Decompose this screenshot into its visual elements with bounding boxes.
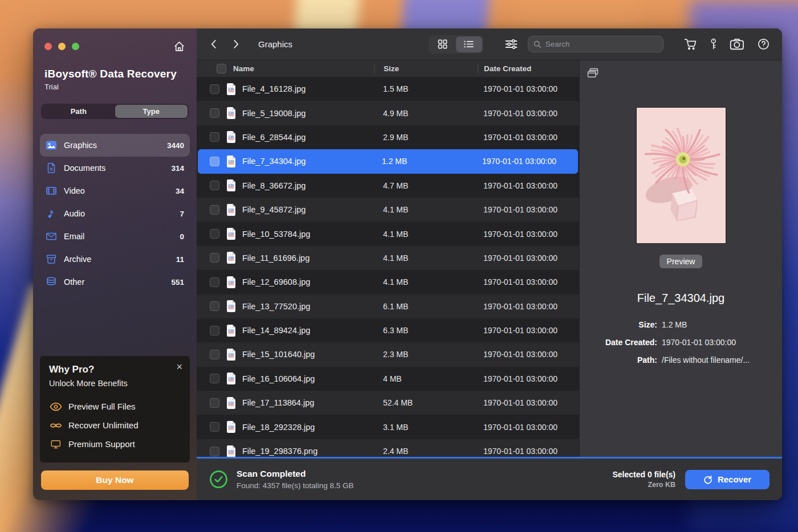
info-label: Date Created: (584, 338, 657, 347)
toolbar: Graphics (197, 28, 782, 60)
image-file-icon (226, 227, 237, 240)
file-name-cell: File_16_106064.jpg (242, 374, 374, 383)
sidebar-item-email[interactable]: Email0 (40, 225, 190, 248)
sidebar-item-count: 551 (171, 278, 184, 287)
row-checkbox[interactable] (210, 326, 219, 335)
help-icon[interactable] (758, 38, 769, 50)
table-row[interactable]: File_9_45872.jpg4.1 MB1970-01-01 03:00:0… (197, 198, 579, 222)
table-row[interactable]: File_6_28544.jpg2.9 MB1970-01-01 03:00:0… (197, 125, 579, 149)
image-file-icon (226, 300, 237, 313)
row-checkbox[interactable] (210, 277, 219, 287)
promo-benefit-label: Recover Unlimited (68, 420, 139, 430)
recover-button-label: Recover (718, 474, 751, 484)
sidebar-item-count: 0 (180, 232, 184, 241)
row-checkbox[interactable] (210, 398, 219, 408)
file-date-cell: 1970-01-01 03:00:00 (478, 230, 579, 239)
column-size[interactable]: Size (374, 64, 478, 73)
tab-path[interactable]: Path (42, 105, 115, 118)
row-checkbox[interactable] (210, 301, 219, 311)
cart-icon[interactable] (684, 38, 697, 50)
key-icon[interactable] (710, 38, 716, 50)
row-checkbox[interactable] (210, 422, 219, 432)
image-file-icon (226, 179, 237, 192)
image-file-icon (226, 83, 237, 96)
forward-button[interactable] (233, 39, 243, 50)
file-size-cell: 4.1 MB (374, 205, 478, 214)
table-row[interactable]: File_11_61696.jpg4.1 MB1970-01-01 03:00:… (197, 246, 579, 270)
minimize-window-button[interactable] (58, 43, 66, 50)
row-checkbox[interactable] (210, 181, 219, 190)
row-checkbox[interactable] (210, 84, 219, 94)
table-row[interactable]: File_12_69608.jpg4.1 MB1970-01-01 03:00:… (197, 270, 579, 294)
row-checkbox[interactable] (210, 108, 219, 118)
sidebar-item-archive[interactable]: Archive11 (40, 248, 190, 271)
table-row[interactable]: File_7_34304.jpg1.2 MB1970-01-01 03:00:0… (198, 149, 578, 173)
row-checkbox[interactable] (210, 374, 219, 383)
home-icon[interactable] (173, 40, 185, 52)
column-name[interactable]: Name (210, 64, 374, 73)
back-button[interactable] (210, 39, 221, 50)
row-checkbox[interactable] (210, 253, 219, 263)
sidebar-item-audio[interactable]: Audio7 (40, 202, 190, 225)
table-row[interactable]: File_8_36672.jpg4.7 MB1970-01-01 03:00:0… (197, 174, 579, 198)
row-checkbox[interactable] (210, 157, 219, 166)
sidebar-item-count: 314 (171, 164, 184, 173)
file-size-cell: 4.1 MB (374, 253, 478, 263)
sidebar-item-count: 34 (176, 187, 184, 195)
table-row[interactable]: File_4_16128.jpg1.5 MB1970-01-01 03:00:0… (197, 77, 579, 101)
preview-button[interactable]: Preview (659, 255, 703, 268)
zoom-window-button[interactable] (72, 43, 79, 50)
preview-panel: Preview File_7_34304.jpg Size:1.2 MBDate… (579, 60, 782, 457)
sidebar-item-label: Documents (64, 163, 105, 173)
table-row[interactable]: File_16_106064.jpg4 MB1970-01-01 03:00:0… (197, 367, 579, 391)
sidebar-item-graphics[interactable]: Graphics3440 (40, 134, 190, 157)
filter-sliders-icon[interactable] (505, 39, 518, 50)
row-checkbox[interactable] (210, 132, 219, 142)
sidebar-item-documents[interactable]: Documents314 (40, 157, 190, 179)
table-row[interactable]: File_15_101640.jpg2.3 MB1970-01-01 03:00… (197, 342, 579, 366)
table-row[interactable]: File_5_19008.jpg4.9 MB1970-01-01 03:00:0… (197, 101, 579, 125)
sidebar-item-video[interactable]: Video34 (40, 179, 190, 202)
table-row[interactable]: File_10_53784.jpg4.1 MB1970-01-01 03:00:… (197, 222, 579, 245)
file-date-cell: 1970-01-01 03:00:00 (477, 157, 578, 166)
recover-refresh-icon (703, 475, 712, 484)
table-row[interactable]: File_17_113864.jpg52.4 MB1970-01-01 03:0… (197, 391, 579, 415)
file-name-cell: File_12_69608.jpg (242, 277, 374, 287)
info-value: 1.2 MB (662, 320, 774, 329)
search-icon (534, 40, 542, 48)
image-file-icon (226, 276, 237, 289)
list-view-button[interactable] (456, 36, 482, 52)
grid-view-button[interactable] (430, 36, 456, 52)
promo-benefit: Premium Support (49, 435, 181, 453)
row-checkbox[interactable] (210, 229, 219, 239)
close-window-button[interactable] (44, 43, 52, 50)
row-checkbox[interactable] (210, 350, 219, 359)
app-window: iBoysoft® Data Recovery Trial Path Type … (33, 28, 782, 500)
camera-icon[interactable] (730, 38, 744, 50)
table-row[interactable]: File_13_77520.jpg6.1 MB1970-01-01 03:00:… (197, 294, 579, 318)
buy-now-button[interactable]: Buy Now (41, 470, 189, 490)
table-row[interactable]: File_18_292328.jpg3.1 MB1970-01-01 03:00… (197, 415, 579, 439)
row-checkbox[interactable] (210, 205, 219, 215)
column-date-created[interactable]: Date Created (478, 64, 579, 73)
view-mode-toggle (429, 35, 483, 54)
table-row[interactable]: File_14_89424.jpg6.3 MB1970-01-01 03:00:… (197, 318, 579, 342)
scan-status-title: Scan Completed (237, 469, 354, 479)
file-name-cell: File_9_45872.jpg (242, 205, 374, 214)
recover-button[interactable]: Recover (685, 470, 769, 489)
table-row[interactable]: File_19_298376.png2.4 MB1970-01-01 03:00… (197, 439, 579, 457)
file-size-cell: 4.1 MB (374, 230, 478, 239)
row-checkbox[interactable] (210, 447, 219, 456)
image-file-icon (226, 107, 237, 120)
sidebar-item-other[interactable]: Other551 (40, 271, 190, 293)
tab-type[interactable]: Type (115, 105, 188, 118)
select-all-checkbox[interactable] (217, 64, 226, 73)
grid-view-icon (438, 39, 447, 49)
close-icon[interactable]: × (176, 362, 182, 372)
search-field[interactable] (528, 36, 663, 52)
search-input[interactable] (545, 40, 658, 48)
main-area: Graphics (197, 28, 782, 500)
image-file-icon (226, 372, 237, 385)
window-controls (33, 28, 197, 52)
toggle-preview-pane-icon[interactable] (587, 68, 598, 78)
